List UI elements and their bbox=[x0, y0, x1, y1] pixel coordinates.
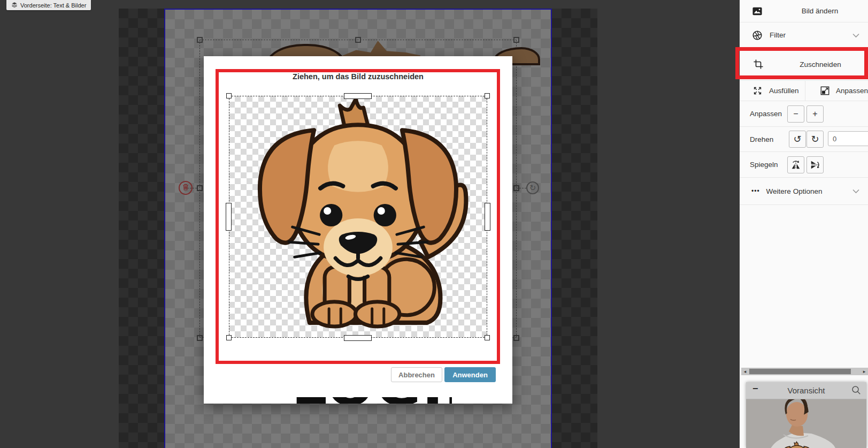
front-side-tab[interactable]: Vorderseite: Text & Bilder bbox=[6, 0, 91, 10]
preview-minimize-button[interactable]: − bbox=[752, 383, 758, 394]
editor-window: Vorderseite: Text & Bilder ↻ Ziehen, um … bbox=[0, 0, 868, 448]
front-tab-label: Vorderseite: Text & Bilder bbox=[20, 2, 86, 9]
crop-tool-row[interactable]: Zuschneiden bbox=[740, 48, 868, 81]
rotate-row: Drehen ↺ ↻ bbox=[740, 127, 868, 152]
preview-title: Voransicht bbox=[787, 386, 825, 395]
fit-label: Anpassen bbox=[836, 87, 868, 95]
flip-vertical-button[interactable] bbox=[806, 156, 824, 173]
crop-handle-bottom[interactable] bbox=[344, 335, 372, 341]
crop-tool-label: Zuschneiden bbox=[800, 60, 841, 69]
cancel-button[interactable]: Abbrechen bbox=[391, 367, 442, 382]
more-options-dots-icon: ••• bbox=[751, 187, 760, 195]
change-image-button[interactable]: Bild ändern bbox=[740, 0, 868, 22]
rotate-cw-button[interactable]: ↻ bbox=[806, 131, 824, 148]
crop-selection-outline bbox=[229, 96, 487, 338]
scroll-right-arrow[interactable]: ▸ bbox=[861, 368, 868, 375]
selection-handle-middle-left[interactable] bbox=[197, 185, 203, 191]
scroll-left-arrow[interactable]: ◂ bbox=[741, 368, 749, 375]
image-tools-sidebar: Bild ändern Filter Zuschneiden Ausfüllen bbox=[740, 0, 868, 448]
crop-handle-left[interactable] bbox=[226, 203, 232, 231]
preview-header[interactable]: − Voransicht bbox=[746, 382, 866, 399]
rotate-angle-input[interactable] bbox=[828, 131, 868, 146]
selection-handle-top-middle[interactable] bbox=[355, 37, 361, 43]
rotate-label: Drehen bbox=[750, 135, 773, 143]
magnifier-icon[interactable] bbox=[851, 385, 861, 397]
filter-row[interactable]: Filter bbox=[740, 22, 868, 48]
more-options-label: Weitere Optionen bbox=[766, 187, 823, 195]
flip-vertical-icon bbox=[810, 160, 820, 170]
adjust-label: Anpassen bbox=[750, 110, 782, 118]
image-icon bbox=[751, 5, 763, 17]
design-text-clipped: LOGIE bbox=[291, 397, 452, 404]
layers-icon bbox=[11, 2, 18, 9]
rotate-element-handle[interactable]: ↻ bbox=[526, 181, 539, 194]
scrollbar-thumb[interactable] bbox=[749, 369, 851, 374]
selection-handle-bottom-left[interactable] bbox=[197, 335, 203, 341]
apply-button[interactable]: Anwenden bbox=[444, 367, 496, 382]
fill-label: Ausfüllen bbox=[769, 87, 799, 95]
chevron-down-icon bbox=[852, 31, 859, 39]
selection-handle-top-right[interactable] bbox=[513, 37, 519, 43]
fill-expand-icon bbox=[751, 85, 763, 97]
fit-button[interactable]: Anpassen bbox=[805, 81, 868, 101]
selection-handle-top-left[interactable] bbox=[197, 37, 203, 43]
crop-handle-bottom-left[interactable] bbox=[226, 335, 232, 340]
horizontal-scrollbar[interactable]: ◂ ▸ bbox=[741, 368, 868, 375]
filter-aperture-icon bbox=[751, 29, 763, 41]
selection-handle-bottom-right[interactable] bbox=[513, 335, 519, 341]
fill-fit-row: Ausfüllen Anpassen bbox=[740, 81, 868, 101]
flip-row: Spiegeln bbox=[740, 152, 868, 178]
crop-handle-top[interactable] bbox=[344, 93, 372, 99]
fill-button[interactable]: Ausfüllen bbox=[740, 81, 805, 101]
adjust-size-row: Anpassen − + bbox=[740, 101, 868, 127]
delete-element-button[interactable] bbox=[179, 181, 193, 195]
flip-horizontal-button[interactable] bbox=[787, 156, 804, 173]
fit-icon bbox=[819, 85, 831, 97]
preview-panel: − Voransicht bbox=[746, 382, 866, 448]
crop-icon bbox=[752, 58, 764, 70]
crop-dialog: Ziehen, um das Bild zuzuschneiden Abbrec… bbox=[204, 56, 512, 404]
rotate-ccw-button[interactable]: ↺ bbox=[789, 131, 806, 148]
crop-handle-right[interactable] bbox=[485, 203, 490, 231]
crop-dialog-title: Ziehen, um das Bild zuzuschneiden bbox=[204, 72, 512, 81]
preview-photo bbox=[746, 399, 866, 448]
crop-handle-top-left[interactable] bbox=[226, 93, 232, 98]
flip-horizontal-icon bbox=[790, 160, 801, 170]
chevron-down-icon bbox=[852, 187, 859, 195]
change-image-label: Bild ändern bbox=[802, 7, 838, 15]
crop-canvas bbox=[229, 96, 487, 338]
zoom-in-button[interactable]: + bbox=[806, 105, 824, 123]
filter-label: Filter bbox=[770, 31, 786, 39]
flip-label: Spiegeln bbox=[750, 161, 778, 169]
crop-handle-top-right[interactable] bbox=[485, 93, 490, 98]
crop-handle-bottom-right[interactable] bbox=[485, 335, 490, 340]
rotate-connector bbox=[517, 188, 526, 188]
zoom-out-button[interactable]: − bbox=[787, 105, 804, 123]
more-options-row[interactable]: ••• Weitere Optionen bbox=[740, 178, 868, 205]
trash-icon bbox=[182, 183, 189, 193]
